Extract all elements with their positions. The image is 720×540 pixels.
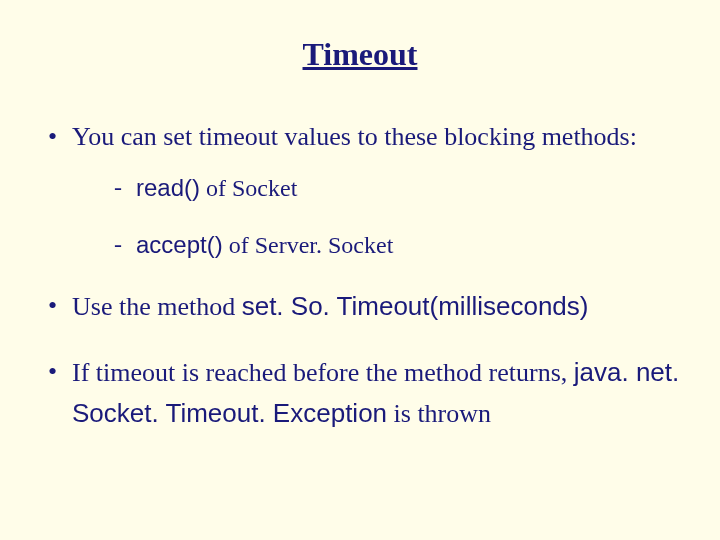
bullet-list: You can set timeout values to these bloc… [38,117,682,434]
bullet-text: of Server. Socket [223,232,394,258]
code-text: read() [136,174,200,201]
bullet-text: of Socket [200,175,297,201]
slide-title: Timeout [38,36,682,73]
bullet-text: If timeout is reached before the method … [72,358,574,387]
code-text: accept() [136,231,223,258]
bullet-text: Use the method [72,292,242,321]
sub-bullet-item: accept() of Server. Socket [108,228,682,263]
sub-bullet-item: read() of Socket [108,171,682,206]
bullet-item: Use the method set. So. Timeout(millisec… [42,286,682,327]
bullet-text: You can set timeout values to these bloc… [72,122,637,151]
bullet-item: If timeout is reached before the method … [42,352,682,435]
bullet-text: is thrown [387,399,491,428]
code-text: set. So. Timeout(milliseconds) [242,291,589,321]
bullet-item: You can set timeout values to these bloc… [42,117,682,262]
sub-bullet-list: read() of Socket accept() of Server. Soc… [72,171,682,262]
